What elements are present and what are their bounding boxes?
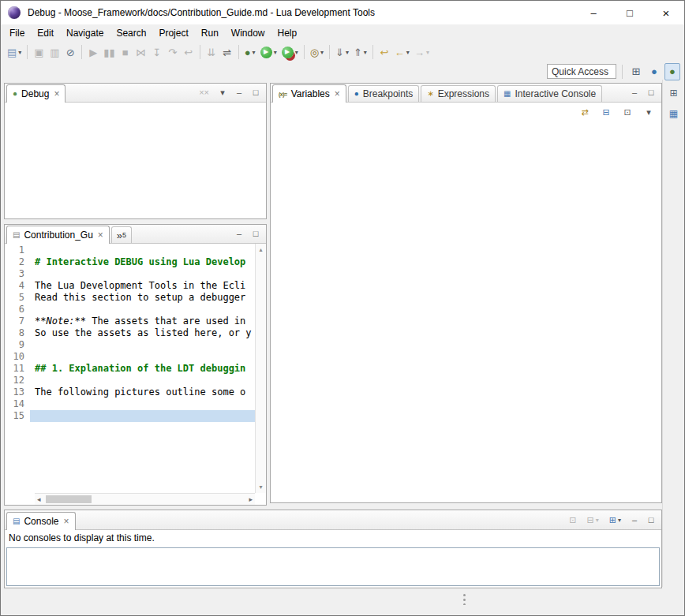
dropdown-arrow-icon[interactable]: ▾: [346, 49, 349, 56]
last-edit-location-button[interactable]: ↩: [376, 43, 392, 61]
minimize-view-button[interactable]: –: [234, 227, 245, 241]
tab-console[interactable]: ▤ Console ×: [6, 512, 76, 530]
open-console-button[interactable]: ⊞▾: [607, 513, 623, 527]
code-line[interactable]: 9: [5, 339, 255, 351]
scrollbar-thumb[interactable]: [46, 495, 92, 503]
dropdown-arrow-icon[interactable]: ▾: [618, 517, 621, 524]
use-step-filters-button[interactable]: ⇌: [219, 43, 235, 61]
show-logical-structure-button[interactable]: ⇄: [577, 105, 593, 119]
code-line[interactable]: 6: [5, 304, 255, 315]
close-icon[interactable]: ×: [335, 88, 340, 99]
maximize-view-button[interactable]: □: [250, 227, 261, 241]
restore-view-icon: ⊞: [669, 88, 677, 98]
show-type-names-button[interactable]: ⊡: [619, 105, 635, 119]
minimize-view-button[interactable]: –: [629, 86, 640, 100]
restore-view-button[interactable]: ⊞: [666, 86, 682, 100]
close-icon[interactable]: ×: [98, 230, 103, 241]
maximize-view-icon: □: [649, 88, 654, 97]
menu-window[interactable]: Window: [225, 26, 271, 40]
scroll-down-icon[interactable]: ▾: [259, 483, 262, 491]
scroll-left-icon[interactable]: ◂: [37, 495, 41, 503]
perspective-ldt-button[interactable]: ●: [646, 63, 662, 80]
previous-annotation-button[interactable]: ⇑▾: [351, 43, 369, 61]
code-line[interactable]: 15: [5, 410, 255, 422]
maximize-view-button[interactable]: □: [646, 513, 657, 527]
window-maximize-button[interactable]: □: [612, 1, 648, 24]
collapse-all-button[interactable]: ⊟: [598, 105, 614, 119]
dropdown-arrow-icon[interactable]: ▾: [364, 49, 367, 56]
code-line[interactable]: 2# Interactive DEBUG using Lua Develop: [5, 256, 255, 268]
tab-expressions[interactable]: ∗Expressions: [421, 85, 496, 102]
menu-help[interactable]: Help: [271, 26, 304, 40]
variables-icon: (x)=: [279, 91, 287, 97]
maximize-view-icon: □: [253, 88, 259, 97]
code-line[interactable]: 1: [5, 245, 255, 256]
scroll-right-icon[interactable]: ▸: [249, 495, 253, 503]
code-line[interactable]: 12: [5, 375, 255, 386]
tab-debug[interactable]: ● Debug ×: [6, 84, 66, 103]
new-wizard-button[interactable]: ▤▾: [5, 43, 24, 61]
titlebar: Debug - Moose_Framework/docs/Contributio…: [1, 1, 684, 24]
window-minimize-button[interactable]: –: [575, 1, 612, 24]
dropdown-arrow-icon[interactable]: ▾: [320, 49, 324, 56]
dropdown-arrow-icon[interactable]: ▾: [295, 49, 298, 56]
close-icon[interactable]: ×: [54, 88, 59, 99]
code-line[interactable]: 4The Lua Development Tools in the Ecli: [5, 280, 255, 292]
dropdown-arrow-icon[interactable]: ▾: [18, 49, 21, 56]
close-icon[interactable]: ×: [63, 516, 69, 527]
run-button[interactable]: ▶▾: [258, 43, 279, 61]
menu-project[interactable]: Project: [152, 26, 194, 40]
menu-file[interactable]: File: [3, 26, 31, 40]
open-perspective-button[interactable]: ⊞: [628, 63, 644, 80]
quick-access-input[interactable]: Quick Access: [547, 64, 616, 79]
maximize-view-button[interactable]: □: [250, 86, 261, 100]
editor-vertical-scrollbar[interactable]: ▴ ▾: [255, 244, 266, 493]
window-close-button[interactable]: ×: [648, 1, 684, 24]
drop-to-frame-icon: ⇊: [207, 47, 215, 58]
code-line[interactable]: 10: [5, 351, 255, 363]
editor-overflow-tab[interactable]: » 5: [111, 226, 132, 243]
code-line[interactable]: 5Read this section to setup a debugger: [5, 292, 255, 304]
tab-breakpoints[interactable]: ●Breakpoints: [348, 85, 419, 102]
search-button[interactable]: ◎▾: [308, 43, 326, 61]
dropdown-arrow-icon[interactable]: ▾: [426, 49, 429, 56]
view-menu-button[interactable]: ▾: [641, 105, 657, 119]
external-tools-button[interactable]: ▶▾: [279, 43, 301, 61]
debug-button[interactable]: ●▾: [242, 43, 258, 61]
minimize-view-button[interactable]: –: [629, 513, 640, 527]
back-button[interactable]: ←▾: [392, 43, 412, 61]
tab-interactive-console[interactable]: ▦Interactive Console: [497, 85, 602, 102]
dropdown-arrow-icon[interactable]: ▾: [596, 517, 599, 524]
dropdown-arrow-icon[interactable]: ▾: [406, 49, 410, 56]
line-number: 9: [5, 339, 30, 351]
menu-navigate[interactable]: Navigate: [60, 26, 110, 40]
scroll-up-icon[interactable]: ▴: [259, 246, 262, 253]
run-icon: ▶: [260, 47, 272, 58]
perspective-debug-button[interactable]: ●: [664, 63, 680, 80]
maximize-view-button[interactable]: □: [646, 86, 657, 100]
menu-search[interactable]: Search: [110, 26, 152, 40]
view-menu-button[interactable]: ▾: [217, 86, 228, 100]
code-line[interactable]: 13The following pictures outline some o: [5, 386, 255, 398]
next-annotation-button[interactable]: ⇓▾: [333, 43, 351, 61]
palette-view-button[interactable]: ▦: [666, 106, 682, 121]
minimize-view-button[interactable]: –: [234, 86, 245, 100]
tab-contribution-guide[interactable]: ▤ Contribution_Gu ×: [6, 226, 110, 244]
code-line[interactable]: 7**Note:** The assets that are used in: [5, 315, 255, 327]
code-line[interactable]: 3: [5, 268, 255, 280]
dropdown-arrow-icon[interactable]: ▾: [253, 49, 256, 56]
sash-handle[interactable]: [463, 594, 466, 596]
menu-edit[interactable]: Edit: [31, 26, 60, 40]
dropdown-arrow-icon[interactable]: ▾: [274, 49, 277, 56]
code-line[interactable]: 11## 1. Explanation of the LDT debuggin: [5, 363, 255, 375]
menu-run[interactable]: Run: [195, 26, 225, 40]
tab-variables[interactable]: (x)=Variables×: [272, 84, 346, 103]
skip-all-breakpoints-button[interactable]: ⊘: [62, 43, 78, 61]
editor-horizontal-scrollbar[interactable]: ◂ ▸: [35, 493, 255, 505]
code-line[interactable]: 14: [5, 398, 255, 410]
code-line[interactable]: 8So use the assets as listed here, or y: [5, 327, 255, 339]
debug-view-panel: ● Debug × ××▾–□: [4, 83, 267, 219]
pin-console-icon: ⊡: [569, 516, 576, 525]
editor-code-area[interactable]: 12# Interactive DEBUG using Lua Develop3…: [5, 245, 255, 493]
console-viewer[interactable]: [6, 547, 660, 586]
